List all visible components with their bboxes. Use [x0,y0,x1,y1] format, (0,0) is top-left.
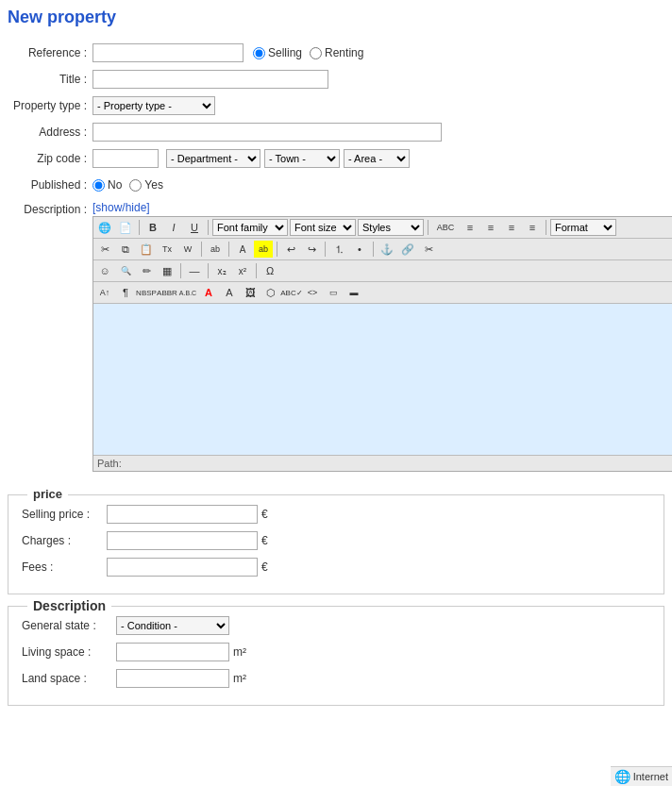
charges-label: Charges : [22,534,107,547]
living-space-unit: m² [233,645,246,659]
internet-label: Internet [633,771,668,782]
source-btn[interactable]: 🌐 [95,219,114,236]
address-row: Address : [8,122,664,142]
italic-btn[interactable]: I [164,219,183,236]
cut-btn[interactable]: ✂ [95,241,114,258]
anchor-btn[interactable]: ⚓ [378,241,396,258]
selling-radio-label[interactable]: Selling [253,46,302,59]
underline-btn[interactable]: U [185,219,204,236]
edit2-btn[interactable]: ✏ [137,262,156,279]
property-type-label: Property type : [8,99,92,112]
font-size-select[interactable]: Font size [290,219,356,236]
flash-btn[interactable]: ⬡ [261,284,280,301]
font-color2-btn[interactable]: A [199,284,218,301]
hr-btn[interactable]: ― [185,262,204,279]
font-bg-btn[interactable]: A [220,284,239,301]
font-color-btn[interactable]: A [233,241,252,258]
property-type-row: Property type : - Property type - [8,95,664,116]
condition-select[interactable]: - Condition - [116,616,229,635]
fees-label: Fees : [22,560,107,574]
living-space-input[interactable] [116,643,229,661]
published-no-radio[interactable] [92,179,105,192]
toolbar-row-3: ☺ 🔍 ✏ ▦ ― x₂ x² Ω [93,260,672,282]
selling-price-label: Selling price : [22,508,107,521]
selling-price-row: Selling price : € [22,505,650,524]
nbsp-btn[interactable]: NBSP [137,284,156,301]
superscript-btn[interactable]: x² [233,262,252,279]
format-select[interactable]: Format [550,219,616,236]
special-char-btn[interactable]: Ω [260,262,279,279]
general-state-label: General state : [22,619,116,632]
unlink-btn[interactable]: ✂ [419,241,438,258]
subscript-btn[interactable]: x₂ [212,262,231,279]
link-btn[interactable]: 🔗 [398,241,417,258]
town-select[interactable]: - Town - [264,149,340,168]
title-label: Title : [8,73,92,86]
bold-btn[interactable]: B [143,219,162,236]
fees-input[interactable] [107,558,258,577]
find-btn[interactable]: ab [206,241,225,258]
sep7 [277,242,277,257]
published-yes-radio[interactable] [129,179,142,192]
template-btn[interactable]: ▬ [344,284,363,301]
redo-btn[interactable]: ↪ [302,241,321,258]
charges-input[interactable] [107,531,258,550]
iframe-btn[interactable]: ▭ [324,284,343,301]
align-center-btn[interactable]: ≡ [481,219,500,236]
align-justify-btn[interactable]: ≡ [523,219,542,236]
font-family-select[interactable]: Font family [212,219,288,236]
abbr-btn[interactable]: ABBR [158,284,176,301]
no-radio-label[interactable]: No [92,178,122,192]
sep6 [228,242,229,257]
align-right-btn[interactable]: ≡ [502,219,521,236]
table-btn[interactable]: ▦ [158,262,176,279]
smiley-btn[interactable]: ☺ [95,262,114,279]
selling-radio[interactable] [253,47,265,59]
land-space-row: Land space : m² [22,669,650,688]
image-btn[interactable]: 🖼 [241,284,260,301]
source2-btn[interactable]: <> [303,284,322,301]
land-space-input[interactable] [116,669,229,688]
description-label: Description : [8,201,92,216]
published-row: Published : No Yes [8,175,664,195]
toolbar-row-1: 🌐 📄 B I U Font family Font size [93,217,672,239]
show-hide-link[interactable]: [show/hide] [92,201,672,214]
address-input[interactable] [92,123,442,142]
yes-radio-label[interactable]: Yes [129,178,163,192]
renting-radio[interactable] [310,47,322,59]
new-doc-btn[interactable]: 📄 [116,219,135,236]
acronym-btn[interactable]: A.B.C [178,284,197,301]
highlight-btn[interactable]: ab [254,241,273,258]
reference-label: Reference : [8,46,92,59]
charges-row: Charges : € [22,531,650,550]
font-size2-btn[interactable]: A↑ [95,284,114,301]
styles-select[interactable]: Styles [358,219,424,236]
zipcode-input[interactable] [92,149,159,168]
editor-container: 🌐 📄 B I U Font family Font size [92,216,672,472]
unordered-list-btn[interactable]: • [350,241,369,258]
internet-icon: 🌐 [614,769,630,784]
search-btn[interactable]: 🔍 [116,262,135,279]
spellcheck2-btn[interactable]: ABC✓ [282,284,301,301]
title-input[interactable] [92,70,328,89]
align-left-btn[interactable]: ≡ [461,219,479,236]
address-label: Address : [8,125,92,139]
ordered-list-btn[interactable]: ⒈ [329,241,348,258]
paste-text-btn[interactable]: Tx [158,241,176,258]
spellcheck-btn[interactable]: ABC [432,219,459,236]
area-select[interactable]: - Area - [344,149,410,168]
property-type-select[interactable]: - Property type - [92,96,215,115]
selling-price-input[interactable] [107,505,258,524]
paste-word-btn[interactable]: W [178,241,197,258]
undo-btn[interactable]: ↩ [281,241,300,258]
department-select[interactable]: - Department - [166,149,260,168]
paste-btn[interactable]: 📋 [137,241,156,258]
price-legend: price [27,487,68,501]
description-legend: Description [27,598,111,613]
editor-content-area[interactable] [93,304,672,455]
reference-input[interactable] [92,43,244,62]
paragraph-btn[interactable]: ¶ [116,284,135,301]
sep11 [208,263,209,278]
copy-btn[interactable]: ⧉ [116,241,135,258]
renting-radio-label[interactable]: Renting [310,46,363,59]
